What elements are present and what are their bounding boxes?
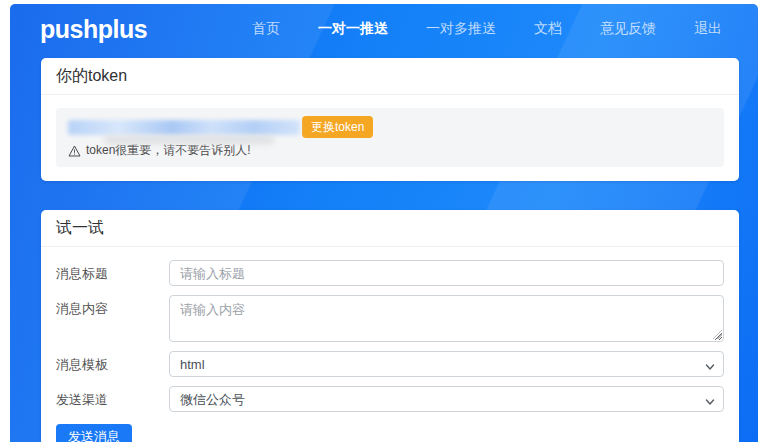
channel-select-wrap: 微信公众号 [169, 386, 724, 412]
channel-select[interactable]: 微信公众号 [169, 386, 724, 412]
page-background: pushplus 首页 一对一推送 一对多推送 文档 意见反馈 退出 你的tok… [10, 4, 758, 442]
try-card-body: 消息标题 消息内容 消息模板 html [41, 247, 739, 442]
token-card-title: 你的token [56, 66, 724, 86]
content-textarea[interactable] [169, 295, 724, 342]
form-row-content: 消息内容 [56, 295, 724, 342]
nav-menu: 首页 一对一推送 一对多推送 文档 意见反馈 退出 [252, 20, 722, 38]
try-card: 试一试 消息标题 消息内容 消息模板 html [41, 210, 739, 442]
change-token-button[interactable]: 更换token [302, 116, 373, 138]
nav-item-logout[interactable]: 退出 [694, 20, 722, 38]
title-input-wrap [169, 260, 724, 286]
template-select[interactable]: html [169, 351, 724, 377]
top-nav: pushplus 首页 一对一推送 一对多推送 文档 意见反馈 退出 [10, 4, 758, 54]
try-card-header: 试一试 [41, 210, 739, 247]
form-row-template: 消息模板 html [56, 351, 724, 377]
title-label: 消息标题 [56, 260, 169, 283]
token-panel: 更换token token很重要，请不要告诉别人! [56, 108, 724, 167]
token-card: 你的token 更换token token很重 [41, 58, 739, 181]
nav-item-one-to-one[interactable]: 一对一推送 [318, 20, 388, 38]
channel-label: 发送渠道 [56, 386, 169, 409]
try-card-title: 试一试 [56, 218, 724, 238]
nav-item-docs[interactable]: 文档 [534, 20, 562, 38]
content-label: 消息内容 [56, 295, 169, 318]
warning-triangle-icon [68, 145, 81, 157]
template-label: 消息模板 [56, 351, 169, 374]
form-row-channel: 发送渠道 微信公众号 [56, 386, 724, 412]
token-warning-text: token很重要，请不要告诉别人! [86, 142, 251, 159]
content-textarea-wrap [169, 295, 724, 342]
form-row-title: 消息标题 [56, 260, 724, 286]
title-input[interactable] [169, 260, 724, 286]
nav-item-one-to-many[interactable]: 一对多推送 [426, 20, 496, 38]
token-row: 更换token [68, 117, 712, 137]
token-card-header: 你的token [41, 58, 739, 95]
masked-token-value [68, 120, 300, 135]
masked-token-shadow [104, 136, 274, 144]
token-warning-row: token很重要，请不要告诉别人! [68, 142, 712, 159]
nav-item-home[interactable]: 首页 [252, 20, 280, 38]
token-card-body: 更换token token很重要，请不要告诉别人! [41, 95, 739, 181]
nav-item-feedback[interactable]: 意见反馈 [600, 20, 656, 38]
brand-logo[interactable]: pushplus [40, 15, 147, 44]
send-message-button[interactable]: 发送消息 [56, 424, 132, 442]
template-select-wrap: html [169, 351, 724, 377]
